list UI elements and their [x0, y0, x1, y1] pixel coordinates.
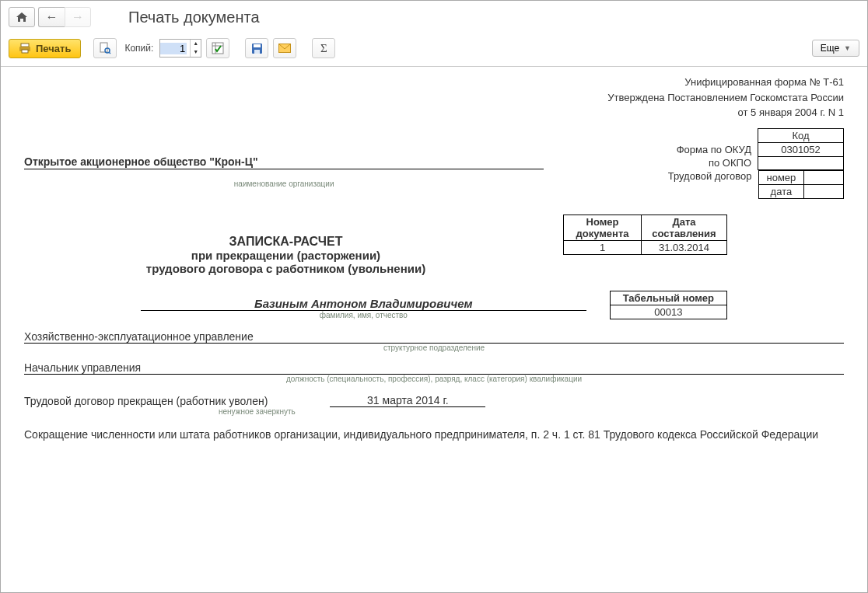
org-caption: наименование организации — [24, 180, 544, 188]
date-value — [804, 184, 843, 198]
copies-input[interactable] — [160, 43, 187, 54]
doc-num-header: Номер документа — [564, 215, 642, 240]
sigma-icon: Σ — [320, 42, 327, 55]
doc-title-3: трудового договора с работником (увольне… — [24, 262, 563, 275]
doc-date-header: Дата составления — [642, 215, 727, 240]
diskette-icon — [251, 43, 263, 54]
page-title: Печать документа — [128, 9, 260, 26]
envelope-icon — [278, 44, 291, 53]
arrow-left-icon: ← — [46, 10, 58, 24]
svg-rect-10 — [254, 44, 261, 47]
more-button[interactable]: Еще ▼ — [812, 40, 859, 57]
position-caption: должность (специальность, профессия), ра… — [24, 375, 844, 383]
doc-date-value: 31.03.2014 — [642, 240, 727, 254]
form-approval-block: Унифицированная форма № Т-61 Утверждена … — [24, 75, 844, 120]
termination-caption: ненужное зачеркнуть — [24, 407, 844, 416]
printer-icon — [19, 43, 31, 54]
doc-number-table: Номер документа Дата составления 1 31.03… — [563, 215, 727, 255]
fio-caption: фамилия, имя, отчество — [141, 311, 586, 319]
table-check-icon — [212, 42, 224, 54]
okpo-value — [758, 156, 844, 169]
mail-button[interactable] — [273, 38, 296, 58]
svg-rect-2 — [22, 50, 28, 53]
number-value — [804, 170, 843, 184]
arrow-right-icon: → — [72, 10, 84, 24]
approval-line3: от 5 января 2004 г. N 1 — [24, 105, 844, 120]
doc-num-value: 1 — [564, 240, 642, 254]
toolbar: Печать Копий: ▲ ▼ Σ Еще ▼ — [1, 33, 867, 67]
number-label: номер — [758, 170, 804, 184]
home-button[interactable] — [9, 7, 35, 27]
termination-label: Трудовой договор прекращен (работник уво… — [24, 395, 268, 407]
approval-line1: Унифицированная форма № Т-61 — [24, 75, 844, 90]
header-bar: ← → Печать документа — [1, 1, 867, 33]
preview-button[interactable] — [93, 38, 117, 58]
print-button[interactable]: Печать — [9, 39, 81, 58]
department-value: Хозяйственно-эксплуатационное управление — [24, 330, 844, 344]
save-button[interactable] — [245, 38, 268, 58]
tabnum-table: Табельный номер 00013 — [610, 291, 727, 319]
copies-field[interactable]: ▲ ▼ — [159, 39, 201, 58]
org-codes-block: Код Открытое акционерное общество "Крон-… — [24, 128, 844, 199]
termination-date: 31 марта 2014 г. — [330, 394, 485, 407]
back-button[interactable]: ← — [38, 7, 65, 27]
app-window: ← → Печать документа Печать Копий: ▲ ▼ — [0, 0, 868, 593]
code-header: Код — [758, 128, 844, 142]
settings-button[interactable] — [206, 38, 229, 58]
svg-rect-11 — [254, 50, 260, 54]
chevron-down-icon: ▼ — [844, 44, 851, 52]
home-icon — [16, 12, 28, 23]
svg-rect-0 — [21, 44, 29, 47]
document-area: Унифицированная форма № Т-61 Утверждена … — [1, 67, 867, 584]
svg-rect-3 — [100, 43, 107, 52]
reason-text: Сокращение численности или штата работни… — [24, 427, 844, 443]
page-magnifier-icon — [99, 42, 111, 54]
svg-rect-6 — [212, 43, 223, 54]
okud-value: 0301052 — [758, 142, 844, 156]
doc-title-1: ЗАПИСКА-РАСЧЕТ — [24, 235, 563, 249]
approval-line2: Утверждена Постановлением Госкомстата Ро… — [24, 90, 844, 106]
sum-button[interactable]: Σ — [312, 38, 335, 58]
contract-label: Трудовой договор — [668, 170, 752, 182]
forward-button[interactable]: → — [65, 7, 91, 27]
date-label: дата — [758, 184, 804, 198]
department-caption: структурное подразделение — [24, 344, 844, 352]
tabnum-header: Табельный номер — [610, 291, 726, 305]
spinner-up[interactable]: ▲ — [190, 40, 201, 48]
print-button-label: Печать — [36, 43, 71, 54]
spinner-down[interactable]: ▼ — [190, 48, 201, 57]
okpo-label: по ОКПО — [544, 156, 758, 169]
svg-line-5 — [109, 52, 110, 54]
org-name: Открытое акционерное общество "Крон-Ц" — [24, 155, 544, 169]
employee-name: Базиным Антоном Владимировичем — [141, 297, 586, 311]
copies-label: Копий: — [124, 43, 153, 54]
position-value: Начальник управления — [24, 361, 844, 375]
tabnum-value: 00013 — [610, 305, 726, 319]
doc-title-2: при прекращении (расторжении) — [24, 249, 563, 262]
more-button-label: Еще — [821, 43, 839, 54]
okud-label: Форма по ОКУД — [544, 142, 758, 156]
